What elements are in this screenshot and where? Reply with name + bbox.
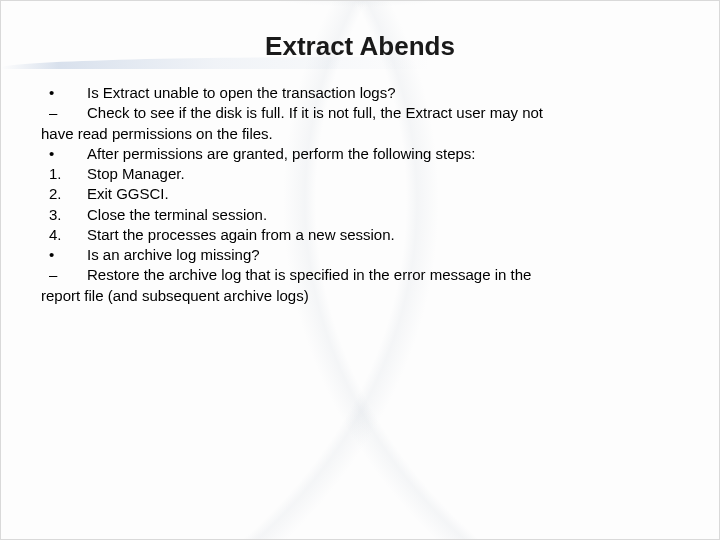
list-item: •Is an archive log missing? [41,245,679,265]
list-item-continuation: have read permissions on the files. [41,124,679,144]
list-text: Close the terminal session. [87,206,267,223]
number-marker: 2. [41,184,87,204]
slide-title: Extract Abends [1,31,719,62]
list-item-continuation: report file (and subsequent archive logs… [41,286,679,306]
list-item: •Is Extract unable to open the transacti… [41,83,679,103]
list-item: –Restore the archive log that is specifi… [41,265,679,285]
slide-body: •Is Extract unable to open the transacti… [41,83,679,306]
bullet-marker: • [41,144,87,164]
number-marker: 3. [41,205,87,225]
number-marker: 4. [41,225,87,245]
slide: Extract Abends •Is Extract unable to ope… [0,0,720,540]
list-item: 1.Stop Manager. [41,164,679,184]
list-text: Stop Manager. [87,165,185,182]
list-text: Restore the archive log that is specifie… [87,266,531,283]
list-item: –Check to see if the disk is full. If it… [41,103,679,123]
list-item: 4.Start the processes again from a new s… [41,225,679,245]
dash-marker: – [41,103,87,123]
list-text: Is Extract unable to open the transactio… [87,84,396,101]
list-text: After permissions are granted, perform t… [87,145,476,162]
list-item: 2.Exit GGSCI. [41,184,679,204]
list-text: Is an archive log missing? [87,246,260,263]
list-item: 3.Close the terminal session. [41,205,679,225]
bullet-marker: • [41,83,87,103]
number-marker: 1. [41,164,87,184]
list-text: Exit GGSCI. [87,185,169,202]
bullet-marker: • [41,245,87,265]
dash-marker: – [41,265,87,285]
list-text: Start the processes again from a new ses… [87,226,395,243]
list-text: Check to see if the disk is full. If it … [87,104,543,121]
list-item: •After permissions are granted, perform … [41,144,679,164]
